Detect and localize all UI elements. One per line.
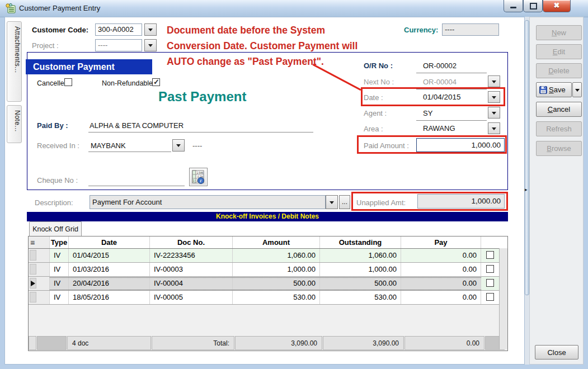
row-pay-checkbox[interactable] [486, 251, 494, 259]
grid-vertical-scrollbar[interactable] [499, 248, 507, 349]
table-row[interactable]: IV 18/05/2016 IV-00005 530.00 530.00 0.0… [29, 291, 507, 305]
grid-header-row: ≡ Type Date Doc No. Amount Outstanding P… [29, 236, 507, 249]
edit-button[interactable]: Edit [536, 44, 582, 59]
tab-knock-off-grid[interactable]: Knock Off Grid [29, 221, 82, 236]
non-refundable-label: Non-Refundable [102, 79, 153, 87]
row-state-cell [30, 264, 36, 275]
agent-underline [416, 120, 487, 121]
table-row[interactable]: IV 01/04/2015 IV-22233456 1,060.00 1,060… [29, 249, 507, 263]
tab-note[interactable]: Note... [7, 105, 22, 143]
spreadsheet-info-icon: 2,546 0.2% 1 - 2 i [192, 170, 205, 184]
refresh-button[interactable]: Refresh [536, 121, 582, 136]
payment-type-banner: Customer Payment [26, 59, 152, 74]
next-no-dropdown-icon[interactable] [488, 75, 500, 87]
column-header-type: Type [50, 236, 69, 248]
paid-amount-highlight-rect [357, 135, 507, 154]
row-gutter [29, 291, 50, 304]
cancel-button[interactable]: Cancel [536, 102, 582, 117]
splitter-collapse-icon[interactable]: ▸ [525, 187, 530, 192]
cell-outstanding: 500.00 [320, 277, 401, 290]
description-more-button[interactable]: ... [339, 195, 350, 209]
agent-label: Agent : [364, 109, 387, 117]
table-row[interactable]: IV 01/03/2016 IV-00003 1,000.00 1,000.00… [29, 263, 507, 277]
minimize-button[interactable] [504, 0, 523, 12]
footer-total-label: Total: [152, 336, 234, 350]
footer-pay-total: 0.00 [404, 336, 484, 350]
non-refundable-checkbox[interactable] [152, 78, 160, 86]
project-dropdown-icon[interactable] [144, 39, 157, 51]
cell-pay: 0.00 [401, 277, 481, 290]
svg-text:2,546: 2,546 [197, 172, 204, 174]
save-dropdown-icon[interactable] [572, 82, 582, 97]
cell-amount: 500.00 [233, 277, 320, 290]
row-gutter [29, 249, 50, 262]
current-row-marker-icon [31, 281, 38, 286]
knockoff-band-title: Knock-off Invoices / Debit Notes [27, 212, 508, 221]
footer-doc-count: 4 doc [67, 336, 151, 350]
cell-date: 01/04/2015 [69, 249, 150, 262]
cell-type: IV [50, 263, 69, 276]
column-header-doc-no: Doc No. [150, 236, 233, 248]
cell-check [481, 291, 501, 304]
annotation-line-1: Document date before the System [167, 22, 413, 38]
tab-attachments[interactable]: Attachments... [7, 21, 22, 102]
grid-footer-row: 4 doc Total: 3,090.00 3,090.00 0.00 [29, 336, 507, 350]
or-no-underline [416, 73, 487, 73]
customer-code-label: Customer Code: [32, 26, 88, 34]
cell-date: 01/03/2016 [69, 263, 150, 276]
close-window-button[interactable]: ✖ [543, 0, 571, 12]
payment-detail-button[interactable]: 2,546 0.2% 1 - 2 i [189, 168, 208, 186]
agent-dropdown-icon[interactable] [488, 107, 500, 119]
grid-empty-area [29, 305, 507, 336]
save-button[interactable]: Save [536, 82, 572, 97]
splitter-thumb[interactable] [525, 20, 529, 295]
floppy-disk-icon [539, 86, 547, 94]
maximize-button[interactable] [523, 0, 543, 12]
column-header-check [481, 236, 501, 248]
received-in-value[interactable]: MAYBANK [91, 141, 126, 150]
delete-button[interactable]: Delete [536, 63, 582, 78]
column-header-date: Date [69, 236, 150, 248]
minimize-icon [510, 7, 516, 8]
window-title: Customer Payment Entry [19, 4, 100, 12]
titlebar[interactable]: Customer Payment Entry ✖ [0, 0, 588, 17]
received-in-label: Received In : [37, 141, 79, 150]
description-dropdown-icon[interactable] [326, 195, 338, 209]
area-label: Area : [364, 125, 383, 133]
received-in-dropdown-icon[interactable] [172, 139, 185, 152]
maximize-icon [530, 3, 537, 10]
project-label: Project : [32, 41, 59, 50]
grid-corner-cell: ≡ [29, 236, 50, 248]
customer-payment-entry-window: Customer Payment Entry ✖ ▸ Attachments..… [0, 0, 588, 369]
app-icon [6, 3, 16, 13]
project-field[interactable]: ---- [95, 39, 142, 51]
column-header-pay: Pay [401, 236, 481, 248]
row-pay-checkbox[interactable] [486, 279, 494, 287]
past-payment-stamp: Past Payment [158, 89, 246, 105]
description-label: Description: [35, 198, 73, 207]
row-pay-checkbox[interactable] [486, 293, 494, 301]
cell-outstanding: 1,000.00 [320, 263, 401, 276]
area-dropdown-icon[interactable] [488, 122, 500, 134]
browse-button[interactable]: Browse [536, 141, 582, 156]
close-icon: ✖ [543, 1, 570, 10]
cell-check [481, 277, 501, 290]
paid-by-label: Paid By : [37, 121, 68, 130]
table-row-selected[interactable]: IV 20/04/2016 IV-00004 500.00 500.00 0.0… [29, 277, 507, 291]
area-value[interactable]: RAWANG [423, 124, 455, 133]
grid-menu-icon[interactable]: ≡ [30, 237, 35, 248]
cell-type: IV [50, 291, 69, 304]
description-field[interactable]: Payment For Account [90, 195, 326, 209]
customer-code-field[interactable]: 300-A0002 [95, 23, 142, 36]
cell-date: 18/05/2016 [69, 291, 150, 304]
customer-code-dropdown-icon[interactable] [144, 23, 157, 36]
cheque-no-underline [88, 186, 185, 186]
cell-doc-no: IV-00003 [150, 263, 233, 276]
row-pay-checkbox[interactable] [486, 265, 494, 273]
agent-value[interactable]: SY [423, 109, 432, 117]
cell-date: 20/04/2016 [69, 277, 150, 290]
paid-by-value[interactable]: ALPHA & BETA COMPUTER [90, 121, 184, 130]
new-button[interactable]: New [536, 25, 582, 40]
cancelled-checkbox[interactable] [64, 78, 72, 86]
close-button[interactable]: Close [535, 345, 578, 359]
